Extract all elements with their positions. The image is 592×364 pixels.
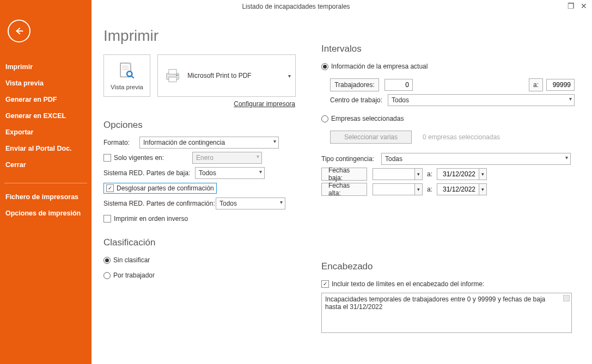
calendar-icon[interactable]: ▾: [415, 168, 423, 180]
tipo-cont-label: Tipo contingencia:: [321, 155, 381, 163]
encabezado-title: Encabezado: [321, 261, 575, 272]
svg-line-6: [132, 76, 134, 78]
desglosar-highlight: Desglosar partes de confirmación: [103, 183, 217, 194]
nav-fichero-impresoras[interactable]: Fichero de impresoras: [0, 189, 91, 205]
trabajadores-from-input[interactable]: [385, 79, 413, 91]
nav-exportar[interactable]: Exportar: [0, 124, 91, 140]
svg-rect-8: [169, 70, 176, 75]
sel-count-label: 0 empresas seleccionadas: [423, 133, 500, 141]
solo-vigentes-checkbox[interactable]: [103, 154, 111, 162]
formato-label: Formato:: [103, 139, 139, 146]
arrow-left-icon: [13, 25, 25, 37]
sin-clasificar-label: Sin clasificar: [113, 256, 150, 264]
calendar-icon[interactable]: ▾: [415, 183, 423, 195]
nav-generar-pdf[interactable]: Generar en PDF: [0, 91, 91, 108]
radio-empresas-seleccionadas[interactable]: [321, 115, 328, 122]
configure-printer-link[interactable]: Configurar impresora: [103, 100, 295, 108]
a-label-1: a:: [427, 170, 432, 178]
fecha-baja-from-input[interactable]: [373, 168, 415, 180]
seleccionar-varias-button: Seleccionar varias: [330, 131, 412, 144]
sis-baja-select[interactable]: Todos: [195, 167, 265, 179]
formato-select[interactable]: Información de contingencia: [139, 137, 279, 149]
info-empresa-label: Información de la empresa actual: [331, 63, 428, 70]
nav-generar-excel[interactable]: Generar en EXCEL: [0, 108, 91, 124]
close-icon[interactable]: ✕: [579, 1, 589, 11]
sidebar: Imprimir Vista previa Generar en PDF Gen…: [0, 0, 91, 364]
incluir-encabezado-checkbox[interactable]: [321, 280, 329, 288]
sis-conf-select[interactable]: Todos: [216, 198, 285, 209]
printer-name: Microsoft Print to PDF: [187, 72, 251, 79]
desglosar-checkbox[interactable]: [106, 184, 114, 192]
sis-conf-label: Sistema RED. Partes de confirmación:: [103, 200, 216, 207]
calendar-icon[interactable]: ▾: [479, 183, 487, 195]
empresas-sel-label: Empresas seleccionadas: [331, 115, 404, 122]
printer-select[interactable]: Microsoft Print to PDF ▾: [157, 54, 296, 97]
a-label-2: a:: [427, 186, 432, 193]
radio-por-trabajador[interactable]: [103, 272, 111, 279]
chevron-down-icon: ▾: [288, 73, 291, 79]
svg-rect-9: [169, 77, 176, 82]
trabajadores-button[interactable]: Trabajadores:: [330, 78, 379, 91]
calendar-icon[interactable]: ▾: [479, 168, 487, 180]
incluir-encabezado-label: Incluir texto de límites en el encabezad…: [332, 280, 484, 288]
window-title: Listado de incapacidades temporales: [242, 3, 350, 10]
por-trabajador-label: Por trabajador: [113, 272, 155, 279]
svg-point-5: [128, 72, 131, 76]
fechas-baja-button[interactable]: Fechas baja:: [321, 168, 367, 181]
centro-label: Centro de trabajo:: [330, 96, 388, 104]
document-preview-icon: [117, 61, 137, 82]
radio-info-empresa[interactable]: [321, 63, 328, 70]
nav-enviar-portal[interactable]: Enviar al Portal Doc.: [0, 140, 91, 157]
nav-cerrar[interactable]: Cerrar: [0, 157, 91, 173]
sis-baja-label: Sistema RED. Partes de baja:: [103, 169, 195, 177]
mes-select: Enero: [192, 152, 262, 164]
tipo-cont-select[interactable]: Todas: [381, 153, 571, 165]
centro-select[interactable]: Todos: [388, 94, 575, 106]
preview-button[interactable]: Vista previa: [103, 54, 150, 97]
encabezado-textarea[interactable]: Incapacidades temporales de trabajadores…: [321, 293, 572, 333]
printer-icon: [163, 66, 182, 85]
page-title: Imprimir: [103, 27, 583, 45]
fecha-alta-from-input[interactable]: [373, 183, 415, 195]
right-column: Intervalos Información de la empresa act…: [321, 44, 575, 333]
maximize-icon[interactable]: ❐: [566, 1, 576, 11]
nav-vista-previa[interactable]: Vista previa: [0, 75, 91, 91]
inverso-label: Imprimir en orden inverso: [114, 215, 188, 223]
intervalos-title: Intervalos: [321, 44, 575, 54]
preview-label: Vista previa: [111, 84, 143, 90]
fecha-baja-to-input[interactable]: [437, 168, 479, 180]
desglosar-label: Desglosar partes de confirmación: [117, 184, 214, 192]
solo-vigentes-label: Solo vigentes en:: [114, 154, 192, 162]
radio-sin-clasificar[interactable]: [103, 257, 111, 264]
back-button[interactable]: [8, 20, 30, 42]
nav-imprimir[interactable]: Imprimir: [0, 59, 91, 75]
nav-opciones-impresion[interactable]: Opciones de impresión: [0, 205, 91, 221]
trabajadores-to-input[interactable]: [546, 79, 575, 91]
a-button[interactable]: a:: [529, 78, 543, 91]
inverso-checkbox[interactable]: [103, 215, 111, 223]
fecha-alta-to-input[interactable]: [437, 183, 479, 195]
svg-point-10: [176, 75, 178, 76]
fechas-alta-button[interactable]: Fechas alta:: [321, 183, 367, 196]
nav-separator: [4, 183, 87, 183]
